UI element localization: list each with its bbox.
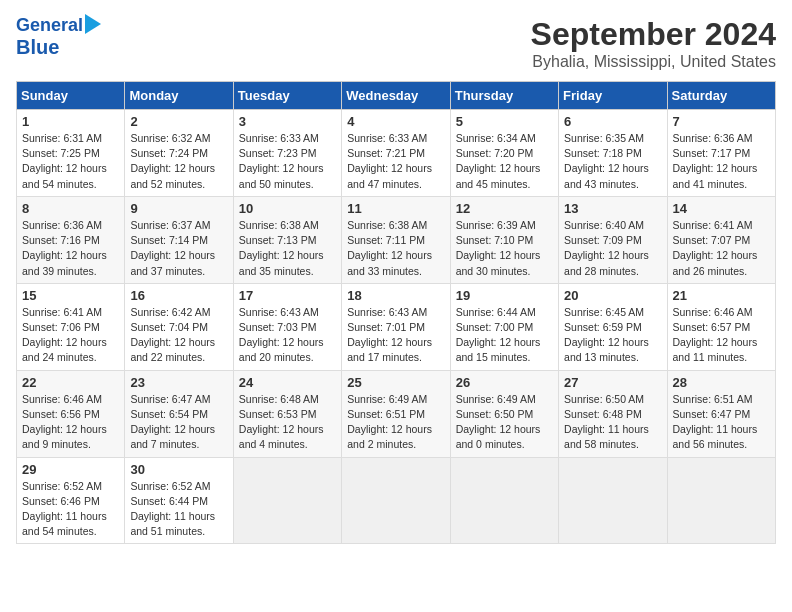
table-row: 17 Sunrise: 6:43 AMSunset: 7:03 PMDaylig… xyxy=(233,283,341,370)
table-row: 14 Sunrise: 6:41 AMSunset: 7:07 PMDaylig… xyxy=(667,196,775,283)
calendar-week-row: 22 Sunrise: 6:46 AMSunset: 6:56 PMDaylig… xyxy=(17,370,776,457)
calendar-title: September 2024 xyxy=(531,16,776,53)
calendar-body: 1 Sunrise: 6:31 AMSunset: 7:25 PMDayligh… xyxy=(17,110,776,544)
day-info: Sunrise: 6:51 AMSunset: 6:47 PMDaylight:… xyxy=(673,393,758,451)
day-header-wednesday: Wednesday xyxy=(342,82,450,110)
day-info: Sunrise: 6:38 AMSunset: 7:13 PMDaylight:… xyxy=(239,219,324,277)
table-row: 7 Sunrise: 6:36 AMSunset: 7:17 PMDayligh… xyxy=(667,110,775,197)
logo-text: General xyxy=(16,16,83,36)
table-row: 30 Sunrise: 6:52 AMSunset: 6:44 PMDaylig… xyxy=(125,457,233,544)
day-info: Sunrise: 6:40 AMSunset: 7:09 PMDaylight:… xyxy=(564,219,649,277)
logo: General Blue xyxy=(16,16,101,58)
day-info: Sunrise: 6:44 AMSunset: 7:00 PMDaylight:… xyxy=(456,306,541,364)
day-info: Sunrise: 6:50 AMSunset: 6:48 PMDaylight:… xyxy=(564,393,649,451)
day-number: 14 xyxy=(673,201,770,216)
day-number: 4 xyxy=(347,114,444,129)
day-info: Sunrise: 6:33 AMSunset: 7:21 PMDaylight:… xyxy=(347,132,432,190)
day-info: Sunrise: 6:39 AMSunset: 7:10 PMDaylight:… xyxy=(456,219,541,277)
day-info: Sunrise: 6:33 AMSunset: 7:23 PMDaylight:… xyxy=(239,132,324,190)
title-block: September 2024 Byhalia, Mississippi, Uni… xyxy=(531,16,776,71)
day-info: Sunrise: 6:43 AMSunset: 7:01 PMDaylight:… xyxy=(347,306,432,364)
day-number: 13 xyxy=(564,201,661,216)
table-row: 23 Sunrise: 6:47 AMSunset: 6:54 PMDaylig… xyxy=(125,370,233,457)
table-row: 28 Sunrise: 6:51 AMSunset: 6:47 PMDaylig… xyxy=(667,370,775,457)
calendar-header: Sunday Monday Tuesday Wednesday Thursday… xyxy=(17,82,776,110)
table-row: 6 Sunrise: 6:35 AMSunset: 7:18 PMDayligh… xyxy=(559,110,667,197)
table-row: 18 Sunrise: 6:43 AMSunset: 7:01 PMDaylig… xyxy=(342,283,450,370)
table-row xyxy=(342,457,450,544)
table-row: 11 Sunrise: 6:38 AMSunset: 7:11 PMDaylig… xyxy=(342,196,450,283)
day-info: Sunrise: 6:49 AMSunset: 6:50 PMDaylight:… xyxy=(456,393,541,451)
table-row xyxy=(667,457,775,544)
table-row: 26 Sunrise: 6:49 AMSunset: 6:50 PMDaylig… xyxy=(450,370,558,457)
day-info: Sunrise: 6:38 AMSunset: 7:11 PMDaylight:… xyxy=(347,219,432,277)
day-number: 27 xyxy=(564,375,661,390)
calendar-table: Sunday Monday Tuesday Wednesday Thursday… xyxy=(16,81,776,544)
day-number: 16 xyxy=(130,288,227,303)
table-row: 15 Sunrise: 6:41 AMSunset: 7:06 PMDaylig… xyxy=(17,283,125,370)
day-number: 17 xyxy=(239,288,336,303)
table-row: 9 Sunrise: 6:37 AMSunset: 7:14 PMDayligh… xyxy=(125,196,233,283)
day-number: 22 xyxy=(22,375,119,390)
table-row: 12 Sunrise: 6:39 AMSunset: 7:10 PMDaylig… xyxy=(450,196,558,283)
table-row: 3 Sunrise: 6:33 AMSunset: 7:23 PMDayligh… xyxy=(233,110,341,197)
day-number: 30 xyxy=(130,462,227,477)
day-header-thursday: Thursday xyxy=(450,82,558,110)
day-info: Sunrise: 6:46 AMSunset: 6:56 PMDaylight:… xyxy=(22,393,107,451)
calendar-week-row: 15 Sunrise: 6:41 AMSunset: 7:06 PMDaylig… xyxy=(17,283,776,370)
day-info: Sunrise: 6:36 AMSunset: 7:16 PMDaylight:… xyxy=(22,219,107,277)
day-info: Sunrise: 6:52 AMSunset: 6:44 PMDaylight:… xyxy=(130,480,215,538)
day-number: 18 xyxy=(347,288,444,303)
day-number: 6 xyxy=(564,114,661,129)
day-info: Sunrise: 6:45 AMSunset: 6:59 PMDaylight:… xyxy=(564,306,649,364)
day-number: 7 xyxy=(673,114,770,129)
day-info: Sunrise: 6:46 AMSunset: 6:57 PMDaylight:… xyxy=(673,306,758,364)
day-header-friday: Friday xyxy=(559,82,667,110)
day-info: Sunrise: 6:52 AMSunset: 6:46 PMDaylight:… xyxy=(22,480,107,538)
logo-blue-text: Blue xyxy=(16,36,59,58)
day-header-sunday: Sunday xyxy=(17,82,125,110)
day-number: 29 xyxy=(22,462,119,477)
table-row: 2 Sunrise: 6:32 AMSunset: 7:24 PMDayligh… xyxy=(125,110,233,197)
day-number: 5 xyxy=(456,114,553,129)
table-row: 25 Sunrise: 6:49 AMSunset: 6:51 PMDaylig… xyxy=(342,370,450,457)
calendar-subtitle: Byhalia, Mississippi, United States xyxy=(531,53,776,71)
calendar-week-row: 29 Sunrise: 6:52 AMSunset: 6:46 PMDaylig… xyxy=(17,457,776,544)
table-row: 8 Sunrise: 6:36 AMSunset: 7:16 PMDayligh… xyxy=(17,196,125,283)
day-number: 19 xyxy=(456,288,553,303)
table-row: 13 Sunrise: 6:40 AMSunset: 7:09 PMDaylig… xyxy=(559,196,667,283)
table-row: 24 Sunrise: 6:48 AMSunset: 6:53 PMDaylig… xyxy=(233,370,341,457)
day-info: Sunrise: 6:31 AMSunset: 7:25 PMDaylight:… xyxy=(22,132,107,190)
day-info: Sunrise: 6:36 AMSunset: 7:17 PMDaylight:… xyxy=(673,132,758,190)
day-info: Sunrise: 6:49 AMSunset: 6:51 PMDaylight:… xyxy=(347,393,432,451)
calendar-week-row: 8 Sunrise: 6:36 AMSunset: 7:16 PMDayligh… xyxy=(17,196,776,283)
table-row: 5 Sunrise: 6:34 AMSunset: 7:20 PMDayligh… xyxy=(450,110,558,197)
day-header-saturday: Saturday xyxy=(667,82,775,110)
day-info: Sunrise: 6:41 AMSunset: 7:07 PMDaylight:… xyxy=(673,219,758,277)
day-info: Sunrise: 6:47 AMSunset: 6:54 PMDaylight:… xyxy=(130,393,215,451)
logo-arrow-icon xyxy=(85,14,101,34)
day-info: Sunrise: 6:35 AMSunset: 7:18 PMDaylight:… xyxy=(564,132,649,190)
day-info: Sunrise: 6:48 AMSunset: 6:53 PMDaylight:… xyxy=(239,393,324,451)
day-info: Sunrise: 6:42 AMSunset: 7:04 PMDaylight:… xyxy=(130,306,215,364)
table-row: 16 Sunrise: 6:42 AMSunset: 7:04 PMDaylig… xyxy=(125,283,233,370)
day-info: Sunrise: 6:32 AMSunset: 7:24 PMDaylight:… xyxy=(130,132,215,190)
day-number: 12 xyxy=(456,201,553,216)
table-row: 1 Sunrise: 6:31 AMSunset: 7:25 PMDayligh… xyxy=(17,110,125,197)
table-row xyxy=(559,457,667,544)
day-number: 28 xyxy=(673,375,770,390)
day-number: 23 xyxy=(130,375,227,390)
day-number: 1 xyxy=(22,114,119,129)
table-row: 27 Sunrise: 6:50 AMSunset: 6:48 PMDaylig… xyxy=(559,370,667,457)
day-number: 3 xyxy=(239,114,336,129)
day-number: 10 xyxy=(239,201,336,216)
day-number: 24 xyxy=(239,375,336,390)
table-row: 19 Sunrise: 6:44 AMSunset: 7:00 PMDaylig… xyxy=(450,283,558,370)
table-row: 10 Sunrise: 6:38 AMSunset: 7:13 PMDaylig… xyxy=(233,196,341,283)
calendar-week-row: 1 Sunrise: 6:31 AMSunset: 7:25 PMDayligh… xyxy=(17,110,776,197)
day-info: Sunrise: 6:34 AMSunset: 7:20 PMDaylight:… xyxy=(456,132,541,190)
day-info: Sunrise: 6:37 AMSunset: 7:14 PMDaylight:… xyxy=(130,219,215,277)
day-header-tuesday: Tuesday xyxy=(233,82,341,110)
days-of-week-row: Sunday Monday Tuesday Wednesday Thursday… xyxy=(17,82,776,110)
day-info: Sunrise: 6:41 AMSunset: 7:06 PMDaylight:… xyxy=(22,306,107,364)
